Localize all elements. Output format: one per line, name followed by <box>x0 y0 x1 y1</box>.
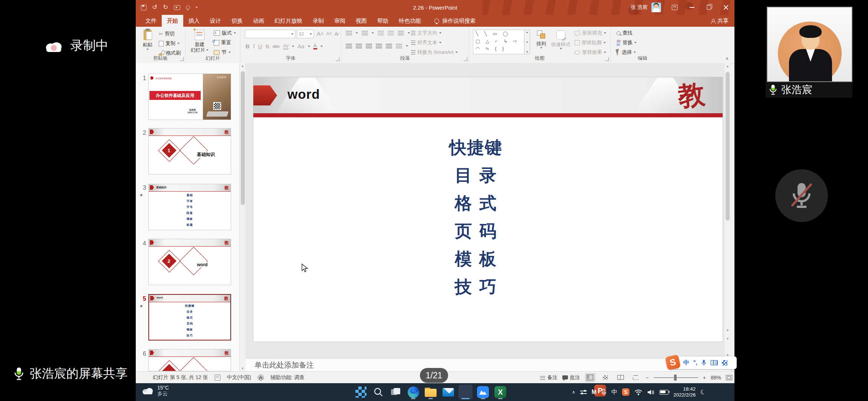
scrollbar-thumb[interactable] <box>726 72 730 221</box>
collapse-ribbon-icon[interactable]: ∧ <box>726 56 729 61</box>
ime-voice-icon[interactable] <box>701 359 706 366</box>
redo-icon[interactable]: ↻ <box>163 0 168 15</box>
notes-placeholder[interactable]: 单击此处添加备注 <box>246 359 731 371</box>
settings-sliders-icon[interactable] <box>580 389 587 395</box>
shapes-gallery[interactable]: ╲ ╲ ▭ ◯ ▢ △ ⌐ ↳ ⇨ ⇩ ◠ ∿ { } ▲▼▼ <box>473 30 530 54</box>
restore-button[interactable] <box>700 0 717 15</box>
list-item[interactable]: 技 巧 <box>361 273 591 301</box>
slideshow-view-button[interactable] <box>631 373 641 382</box>
paste-button[interactable]: 粘贴 <box>139 30 156 50</box>
find-button[interactable]: 查找 <box>617 30 632 36</box>
slide-title[interactable]: word <box>287 87 320 102</box>
mail-button[interactable] <box>441 385 455 400</box>
undo-icon[interactable]: ↺ <box>152 0 157 15</box>
scroll-up-icon[interactable]: ▲ <box>724 65 731 68</box>
slide-canvas[interactable]: word 教 快捷键 目 录 格 式 页 码 模 板 技 巧 ▲ ▲ <box>246 63 731 358</box>
thumbnail-scrollbar[interactable]: ▲ ▼ <box>239 63 246 371</box>
slide-editing-area[interactable]: word 教 快捷键 目 录 格 式 页 码 模 板 技 巧 <box>253 77 723 342</box>
ime-toolbox-icon[interactable] <box>722 360 727 366</box>
sogou-ime-toolbar[interactable]: S 中 °, <box>672 356 737 369</box>
slide-thumbnail-6[interactable]: 教 <box>148 349 231 371</box>
tab-home[interactable]: 开始 <box>162 15 183 27</box>
slide-thumbnail-2[interactable]: 教 1 基础知识 <box>148 128 231 175</box>
alignment-buttons[interactable] <box>346 44 408 48</box>
zoom-in-button[interactable]: + <box>703 375 706 381</box>
file-explorer-button[interactable] <box>424 385 438 400</box>
list-item[interactable]: 模 板 <box>361 245 591 273</box>
shape-outline-button[interactable]: 形状轮廓 <box>575 39 606 46</box>
notes-pane[interactable]: 单击此处添加备注 <box>246 358 731 371</box>
zoom-percent[interactable]: 88% <box>711 375 721 381</box>
previous-slide-icon[interactable]: ▲ <box>724 328 731 332</box>
ime-punctuation-icon[interactable]: °, <box>693 359 697 366</box>
font-dialog-launcher[interactable] <box>336 57 339 61</box>
shapes-gallery-scroll[interactable]: ▲▼▼ <box>524 30 530 54</box>
participant-video-tile[interactable] <box>767 7 852 82</box>
slide-thumbnail-1[interactable]: 办公软件学院培训 办公软件基础及应用 张浩宸2022.2.26 会议签到 <box>148 74 231 120</box>
list-item[interactable]: 格 式 <box>361 189 591 217</box>
touch-mode-icon[interactable] <box>186 6 190 10</box>
cut-button[interactable]: ✂ 剪切 <box>159 30 175 37</box>
ime-chinese-mode-icon[interactable]: 中 <box>683 359 689 367</box>
scroll-up-icon[interactable]: ▲ <box>240 64 246 68</box>
meeting-tray-icon[interactable]: M <box>592 389 596 395</box>
close-button[interactable] <box>717 0 734 15</box>
layout-button[interactable]: 版式 <box>214 30 236 36</box>
tab-special-features[interactable]: 特色功能 <box>394 15 426 27</box>
account-avatar[interactable] <box>651 3 661 12</box>
tab-file[interactable]: 文件 <box>140 15 162 27</box>
tab-view[interactable]: 视图 <box>351 15 372 27</box>
font-grow-shrink[interactable]: A˄A˅ A̷ <box>317 30 338 37</box>
qat-customize-icon[interactable] <box>195 7 198 8</box>
share-button[interactable]: 共享 <box>711 15 729 27</box>
zoom-slider[interactable] <box>654 377 698 378</box>
slide-thumbnail-3[interactable]: 基础知识 教 基础字体 字号段落 模板标题 <box>148 184 231 230</box>
zoom-out-button[interactable]: − <box>646 375 649 381</box>
tab-transitions[interactable]: 切换 <box>226 15 248 27</box>
slide-body-list[interactable]: 快捷键 目 录 格 式 页 码 模 板 技 巧 <box>361 134 591 301</box>
list-item[interactable]: 快捷键 <box>361 134 591 162</box>
slide-thumbnail-4[interactable]: 教 2 word <box>148 239 231 285</box>
tab-record[interactable]: 录制 <box>308 15 329 27</box>
notes-toggle-button[interactable]: 备注 <box>540 374 558 381</box>
sogou-logo-icon[interactable]: S <box>665 355 681 371</box>
edge-browser-button[interactable] <box>406 385 420 400</box>
speaker-icon[interactable] <box>647 389 655 395</box>
tab-animations[interactable]: 动画 <box>248 15 269 27</box>
paragraph-dialog-launcher[interactable] <box>464 57 467 61</box>
slide-thumbnail-5-selected[interactable]: word 教 快捷键目录 格式页码 模板技巧 <box>148 294 231 340</box>
excel-taskbar-button[interactable]: X <box>493 385 507 400</box>
replace-button[interactable]: abac 替换 <box>617 39 637 46</box>
meeting-app-button[interactable] <box>476 385 490 400</box>
canvas-scrollbar[interactable]: ▲ ▲ ▼ ▼ <box>724 63 731 358</box>
tab-design[interactable]: 设计 <box>205 15 226 27</box>
list-item[interactable]: 目 录 <box>361 162 591 189</box>
clipboard-dialog-launcher[interactable] <box>180 57 184 61</box>
tab-help[interactable]: 帮助 <box>372 15 394 27</box>
copy-button[interactable]: 复制 <box>159 40 180 47</box>
font-name-combo[interactable] <box>245 30 295 38</box>
list-item[interactable]: 页 码 <box>361 217 591 245</box>
language-status[interactable]: 中文(中国) <box>227 374 251 381</box>
text-direction-button[interactable]: 文字方向 <box>411 30 441 36</box>
align-text-button[interactable]: 对齐文本 <box>411 39 441 46</box>
hidden-icons-chevron[interactable]: ∧ <box>572 389 575 395</box>
sogou-tray-icon[interactable]: S <box>622 388 629 396</box>
clock[interactable]: 18:42 2022/2/26 <box>673 386 696 398</box>
list-indent-buttons[interactable] <box>346 31 410 35</box>
arrange-button[interactable]: 排列 <box>533 30 549 49</box>
account-name[interactable]: 张 浩宸 <box>631 4 648 11</box>
tell-me-search[interactable]: 操作说明搜索 <box>434 15 476 27</box>
reading-view-button[interactable] <box>615 373 626 382</box>
drawing-dialog-launcher[interactable] <box>605 57 609 61</box>
quick-styles-button[interactable]: 快速样式 <box>550 30 572 49</box>
shape-fill-button[interactable]: 形状填充 <box>575 30 606 36</box>
zoom-slider-thumb[interactable] <box>674 375 677 381</box>
muted-mic-button[interactable] <box>775 169 828 222</box>
tab-insert[interactable]: 插入 <box>183 15 205 27</box>
microphone-tray-icon[interactable] <box>601 389 606 396</box>
wifi-icon[interactable] <box>634 389 642 395</box>
fit-slide-to-window-icon[interactable] <box>726 375 732 380</box>
search-button[interactable] <box>371 385 385 400</box>
font-size-combo[interactable]: 32 <box>297 30 314 38</box>
